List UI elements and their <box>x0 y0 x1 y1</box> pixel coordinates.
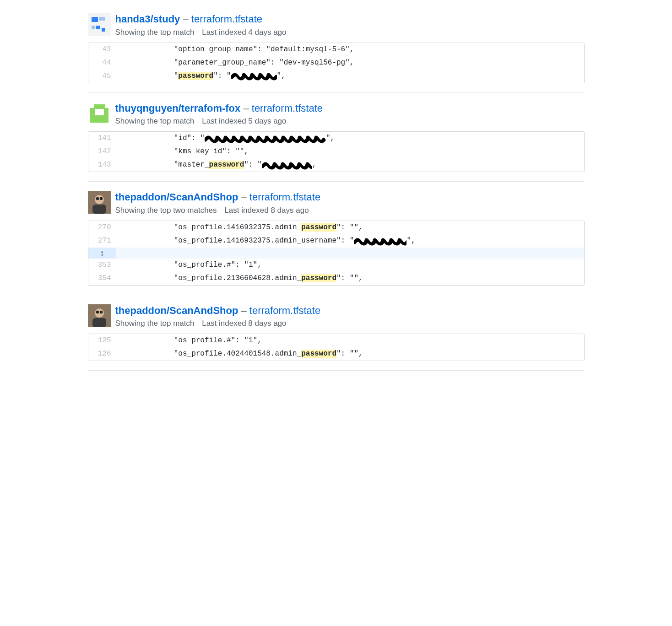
svg-rect-18 <box>92 318 106 327</box>
line-number[interactable]: 126 <box>88 347 116 361</box>
code-line: 353 "os_profile.#": "1", <box>88 259 584 272</box>
svg-rect-2 <box>99 17 105 21</box>
file-link[interactable]: terraform.tfstate <box>191 13 262 25</box>
svg-rect-8 <box>95 109 104 115</box>
match-summary: Showing the top match <box>115 319 195 328</box>
svg-rect-13 <box>92 205 106 214</box>
line-number[interactable]: 45 <box>88 70 116 83</box>
line-content: "password": "", <box>116 70 584 83</box>
line-content: "parameter_group_name": "dev-mysql56-pg"… <box>116 56 584 70</box>
highlighted-term: password <box>301 350 336 358</box>
result-meta: Showing the top match Last indexed 5 day… <box>115 117 585 126</box>
repo-link[interactable]: thepaddon/ScanAndShop <box>115 191 238 203</box>
indexed-time: Last indexed 4 days ago <box>202 28 286 37</box>
svg-rect-9 <box>90 104 94 108</box>
svg-rect-3 <box>92 26 95 29</box>
result-header: thepaddon/ScanAndShop – terraform.tfstat… <box>88 304 585 329</box>
code-line: 271 "os_profile.1416932375.admin_usernam… <box>88 234 584 248</box>
file-link[interactable]: terraform.tfstate <box>249 191 320 203</box>
line-content: "master_password": ", <box>116 158 584 172</box>
svg-point-20 <box>99 311 102 313</box>
repo-link[interactable]: handa3/study <box>115 13 180 25</box>
code-line: 354 "os_profile.2136604628.admin_passwor… <box>88 272 584 285</box>
line-content: "os_profile.4024401548.admin_password": … <box>116 347 584 361</box>
avatar[interactable] <box>88 304 111 327</box>
line-number[interactable]: 141 <box>88 132 116 145</box>
search-result: thepaddon/ScanAndShop – terraform.tfstat… <box>88 191 585 295</box>
title-separator: – <box>238 305 249 316</box>
line-content: "os_profile.2136604628.admin_password": … <box>116 272 584 285</box>
svg-rect-1 <box>92 17 98 22</box>
title-separator: – <box>240 103 251 114</box>
code-line: 43 "option_group_name": "default:mysql-5… <box>88 43 584 56</box>
svg-rect-0 <box>88 13 111 36</box>
result-header: thepaddon/ScanAndShop – terraform.tfstat… <box>88 191 585 215</box>
line-content: "os_profile.#": "1", <box>116 259 584 272</box>
search-result: handa3/study – terraform.tfstateShowing … <box>88 13 585 93</box>
code-line: 143 "master_password": ", <box>88 158 584 172</box>
match-summary: Showing the top match <box>115 117 195 125</box>
line-number[interactable]: 44 <box>88 56 116 70</box>
line-content: "option_group_name": "default:mysql-5-6"… <box>116 43 584 56</box>
search-result: thuyqnguyen/terrafom-fox – terraform.tfs… <box>88 102 585 182</box>
expand-icon[interactable] <box>88 248 116 259</box>
line-number[interactable]: 142 <box>88 145 116 158</box>
line-content: "os_profile.1416932375.admin_password": … <box>116 221 584 234</box>
result-title: thuyqnguyen/terrafom-fox – terraform.tfs… <box>115 102 585 115</box>
line-number[interactable]: 270 <box>88 221 116 234</box>
line-number[interactable]: 353 <box>88 259 116 272</box>
file-link[interactable]: terraform.tfstate <box>252 103 323 114</box>
indexed-time: Last indexed 8 days ago <box>224 206 309 215</box>
svg-point-17 <box>95 308 104 318</box>
result-meta: Showing the top two matches Last indexed… <box>115 206 585 215</box>
repo-link[interactable]: thepaddon/ScanAndShop <box>115 305 238 316</box>
code-snippet: 43 "option_group_name": "default:mysql-5… <box>88 43 585 83</box>
result-title: thepaddon/ScanAndShop – terraform.tfstat… <box>115 304 585 318</box>
expand-row <box>88 248 584 259</box>
result-header: handa3/study – terraform.tfstateShowing … <box>88 13 585 37</box>
repo-link[interactable]: thuyqnguyen/terrafom-fox <box>115 103 241 114</box>
highlighted-term: password <box>178 72 213 80</box>
avatar[interactable] <box>88 191 111 214</box>
line-number[interactable]: 143 <box>88 158 116 172</box>
svg-rect-5 <box>102 28 105 32</box>
code-snippet: 270 "os_profile.1416932375.admin_passwor… <box>88 221 585 286</box>
line-number[interactable]: 43 <box>88 43 116 56</box>
avatar[interactable] <box>88 102 111 125</box>
code-line: 270 "os_profile.1416932375.admin_passwor… <box>88 221 584 234</box>
indexed-time: Last indexed 5 days ago <box>202 117 286 125</box>
indexed-time: Last indexed 8 days ago <box>202 319 286 328</box>
search-result: thepaddon/ScanAndShop – terraform.tfstat… <box>88 304 585 371</box>
code-line: 44 "parameter_group_name": "dev-mysql56-… <box>88 56 584 70</box>
title-separator: – <box>180 13 191 25</box>
match-summary: Showing the top two matches <box>115 206 217 215</box>
avatar[interactable] <box>88 13 111 36</box>
highlighted-term: password <box>301 274 336 282</box>
file-link[interactable]: terraform.tfstate <box>249 305 320 316</box>
highlighted-term: password <box>209 161 244 169</box>
code-line: 142 "kms_key_id": "", <box>88 145 584 158</box>
result-meta: Showing the top match Last indexed 4 day… <box>115 28 585 37</box>
highlighted-term: password <box>301 223 336 232</box>
result-title: handa3/study – terraform.tfstate <box>115 13 585 26</box>
line-number[interactable]: 354 <box>88 272 116 285</box>
line-content: "id": "", <box>116 132 584 145</box>
svg-point-19 <box>96 311 98 313</box>
code-line: 141 "id": "", <box>88 132 584 145</box>
svg-rect-10 <box>105 104 108 108</box>
svg-point-15 <box>99 197 102 200</box>
search-results: handa3/study – terraform.tfstateShowing … <box>88 0 585 371</box>
code-line: 126 "os_profile.4024401548.admin_passwor… <box>88 347 584 361</box>
title-separator: – <box>238 191 249 203</box>
line-content: "os_profile.1416932375.admin_username": … <box>116 234 584 248</box>
code-snippet: 125 "os_profile.#": "1",126 "os_profile.… <box>88 334 585 361</box>
line-number[interactable]: 271 <box>88 234 116 248</box>
code-snippet: 141 "id": "",142 "kms_key_id": "",143 "m… <box>88 131 585 172</box>
line-number[interactable]: 125 <box>88 334 116 347</box>
code-line: 45 "password": "", <box>88 70 584 83</box>
line-content: "os_profile.#": "1", <box>116 334 584 347</box>
result-header: thuyqnguyen/terrafom-fox – terraform.tfs… <box>88 102 585 126</box>
code-line: 125 "os_profile.#": "1", <box>88 334 584 347</box>
line-content: "kms_key_id": "", <box>116 145 584 158</box>
match-summary: Showing the top match <box>115 28 195 37</box>
